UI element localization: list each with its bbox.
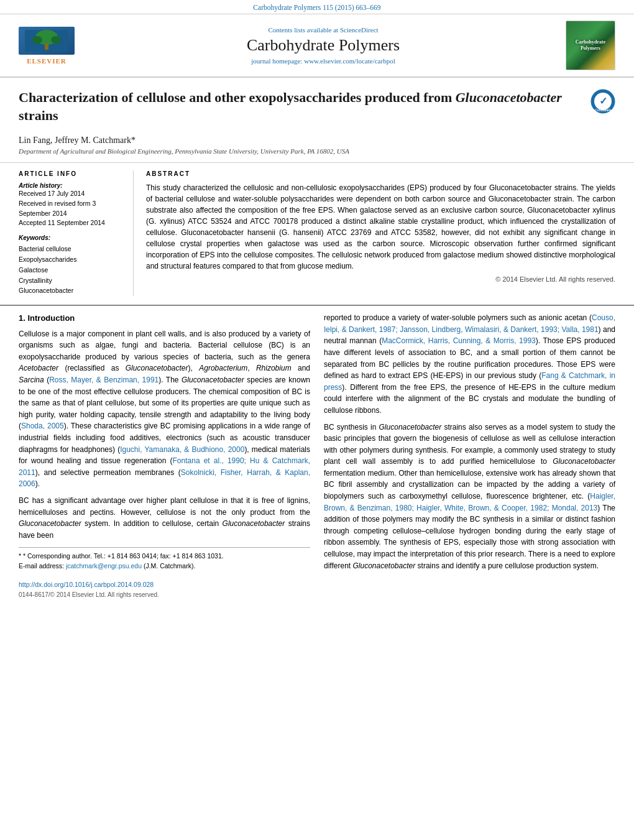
article-title-italic: Gluconacetobacter	[456, 90, 562, 105]
intro-para-4: BC synthesis in Gluconacetobacter strain…	[324, 422, 615, 572]
svg-rect-2	[45, 44, 48, 50]
accepted-date: Accepted 11 September 2014	[19, 218, 124, 228]
body-column-left: 1. Introduction Cellulose is a major com…	[19, 312, 310, 599]
author-names: Lin Fang, Jeffrey M. Catchmark*	[19, 136, 136, 145]
intro-para-3: reported to produce a variety of water-s…	[324, 312, 615, 416]
keyword-2: Exopolysaccharides	[19, 254, 124, 265]
intro-para-1: Cellulose is a major component in plant …	[19, 328, 310, 490]
authors-section: Lin Fang, Jeffrey M. Catchmark* Departme…	[0, 131, 634, 157]
ref-haigler-1980[interactable]: Haigler, Brown, & Benziman, 1980; Haigle…	[324, 492, 615, 512]
genus-italic-1: Acetobacter	[19, 364, 58, 372]
crossmark-logo[interactable]: ✓ CrossMark	[590, 89, 615, 114]
footnote-email-link[interactable]: jcatchmark@engr.psu.edu	[66, 562, 142, 570]
genus-italic-8: Gluconacetobacter	[223, 519, 285, 528]
received-date: Received 17 July 2014	[19, 189, 124, 199]
svg-point-4	[51, 36, 61, 44]
homepage-link[interactable]: www.elsevier.com/locate/carbpol	[304, 57, 395, 65]
abstract-text: This study characterized the cellulosic …	[146, 182, 615, 272]
journal-header-center: Contents lists available at ScienceDirec…	[81, 26, 566, 65]
svg-point-3	[32, 36, 42, 44]
ref-ross-1991[interactable]: Ross, Mayer, & Benziman, 1991	[49, 376, 158, 384]
genus-italic-9: Gluconacetobacter	[379, 423, 442, 432]
footnote-email: E-mail address: jcatchmark@engr.psu.edu …	[19, 561, 310, 571]
sciencedirect-link[interactable]: ScienceDirect	[340, 26, 379, 34]
section-1-title: Introduction	[27, 313, 75, 323]
ref-sokolnicki-2006[interactable]: Sokolnicki, Fisher, Harrah, & Kaplan, 20…	[19, 468, 310, 489]
genus-italic-2: Gluconacetobacter	[126, 364, 188, 372]
footnote-corresponding: * * Corresponding author. Tel.: +1 814 8…	[19, 552, 310, 561]
article-body: 1. Introduction Cellulose is a major com…	[0, 305, 634, 605]
genus-italic-3: Agrobacterium	[199, 364, 247, 372]
elsevier-label: ELSEVIER	[27, 57, 67, 65]
affiliation-line: Department of Agricultural and Biologica…	[19, 147, 615, 155]
footnote-email-suffix: (J.M. Catchmark).	[144, 562, 195, 570]
article-title: Characterization of cellulose and other …	[19, 89, 581, 124]
history-label: Article history:	[19, 182, 124, 189]
doi-link[interactable]: http://dx.doi.org/10.1016/j.carbpol.2014…	[19, 580, 310, 590]
ref-iguchi-2000[interactable]: Iguchi, Yamanaka, & Budhiono, 2000	[120, 445, 244, 454]
elsevier-logo-box	[19, 27, 75, 55]
genus-italic-10: Gluconacetobacter	[553, 457, 615, 466]
keyword-4: Crystallinity	[19, 275, 124, 286]
doi-section: http://dx.doi.org/10.1016/j.carbpol.2014…	[19, 576, 310, 599]
elsevier-tree-icon	[25, 30, 68, 52]
genus-italic-7: Gluconacetobacter	[19, 519, 81, 528]
keywords-label: Keywords:	[19, 234, 124, 241]
ref-couso-1987[interactable]: Couso, Ielpi, & Dankert, 1987; Jansson, …	[324, 313, 615, 334]
genus-italic-11: Gluconacetobacter	[352, 561, 415, 570]
body-two-columns: 1. Introduction Cellulose is a major com…	[19, 312, 615, 599]
genus-italic-4: Rhizobium	[256, 364, 292, 372]
ref-fang-catchmark[interactable]: Fang & Catchmark, in press	[324, 371, 615, 392]
footnote-section: * * Corresponding author. Tel.: +1 814 8…	[19, 547, 310, 571]
contents-label: Contents lists available at	[268, 26, 338, 34]
keywords-group: Keywords: Bacterial cellulose Exopolysac…	[19, 234, 124, 296]
thumb-label: CarbohydratePolymers	[574, 38, 607, 53]
journal-title: Carbohydrate Polymers	[81, 36, 566, 55]
elsevier-logo: ELSEVIER	[12, 27, 81, 65]
genus-italic-6: Gluconacetobacter	[181, 376, 244, 384]
footnote-text-content: * Corresponding author. Tel.: +1 814 863…	[23, 552, 224, 560]
intro-para-2: BC has a significant advantage over high…	[19, 495, 310, 541]
article-history-group: Article history: Received 17 July 2014 R…	[19, 182, 124, 228]
keyword-3: Galactose	[19, 265, 124, 275]
journal-citation-text: Carbohydrate Polymers 115 (2015) 663–669	[253, 4, 380, 11]
journal-header: ELSEVIER Contents lists available at Sci…	[0, 14, 634, 78]
homepage-label: journal homepage:	[251, 57, 302, 65]
section-1-number: 1.	[19, 313, 25, 323]
issn-copyright: 0144-8617/© 2014 Elsevier Ltd. All right…	[19, 590, 310, 599]
doi-url: http://dx.doi.org/10.1016/j.carbpol.2014…	[19, 581, 154, 588]
section-1-heading: 1. Introduction	[19, 312, 310, 325]
footnote-star: *	[19, 552, 23, 560]
journal-homepage: journal homepage: www.elsevier.com/locat…	[81, 57, 566, 65]
svg-text:✓: ✓	[599, 96, 607, 106]
svg-text:CrossMark: CrossMark	[595, 108, 611, 112]
article-info-column: ARTICLE INFO Article history: Received 1…	[19, 170, 134, 296]
page: Carbohydrate Polymers 115 (2015) 663–669…	[0, 0, 634, 840]
abstract-body: This study characterized the cellulosic …	[146, 183, 615, 270]
abstract-heading: ABSTRACT	[146, 170, 615, 177]
ref-shoda-2005[interactable]: Shoda, 2005	[21, 422, 64, 430]
article-info-heading: ARTICLE INFO	[19, 170, 124, 177]
keyword-1: Bacterial cellulose	[19, 244, 124, 254]
authors-line: Lin Fang, Jeffrey M. Catchmark*	[19, 136, 615, 145]
genus-italic-5: Sarcina	[19, 376, 44, 384]
contents-available-line: Contents lists available at ScienceDirec…	[81, 26, 566, 34]
article-info-abstract-section: ARTICLE INFO Article history: Received 1…	[0, 162, 634, 301]
abstract-column: ABSTRACT This study characterized the ce…	[146, 170, 615, 296]
revised-date: Received in revised form 3 September 201…	[19, 199, 124, 219]
ref-maccormick-1993[interactable]: MacCormick, Harris, Cunning, & Morris, 1…	[382, 336, 536, 345]
abstract-copyright: © 2014 Elsevier Ltd. All rights reserved…	[146, 275, 615, 283]
journal-thumbnail: CarbohydratePolymers	[566, 21, 615, 70]
email-label: E-mail address:	[19, 562, 64, 570]
body-column-right: reported to produce a variety of water-s…	[324, 312, 615, 599]
journal-citation-bar: Carbohydrate Polymers 115 (2015) 663–669	[0, 0, 634, 14]
keyword-5: Gluconacetobacter	[19, 285, 124, 296]
article-title-section: Characterization of cellulose and other …	[0, 78, 634, 131]
crossmark-icon: ✓ CrossMark	[590, 89, 615, 114]
